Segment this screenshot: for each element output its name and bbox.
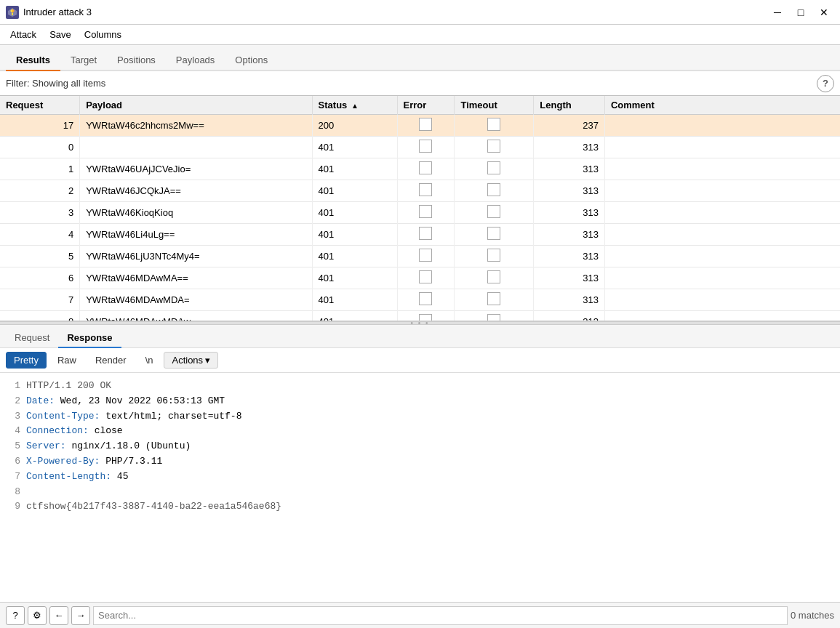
help-icon-button[interactable]: ? <box>6 606 25 625</box>
chevron-down-icon: ▾ <box>205 355 210 366</box>
req-resp-tabbar: Request Response <box>0 325 840 348</box>
view-tab-newline[interactable]: \n <box>137 352 161 369</box>
checkbox[interactable] <box>419 270 432 283</box>
svg-rect-3 <box>12 13 13 15</box>
table-row[interactable]: 3YWRtaW46KioqKioq401313 <box>0 202 840 224</box>
results-table: Request Payload Status ▲ Error Timeout <box>0 96 840 321</box>
table-row[interactable]: 0401313 <box>0 137 840 158</box>
table-row[interactable]: 6YWRtaW46MDAwMA==401313 <box>0 267 840 289</box>
checkbox[interactable] <box>419 183 432 196</box>
response-line: 4Connection: close <box>9 424 831 439</box>
view-tab-raw[interactable]: Raw <box>49 352 84 369</box>
tab-options[interactable]: Options <box>225 50 278 71</box>
filter-text: Filter: Showing all items <box>6 78 817 89</box>
tab-request[interactable]: Request <box>6 329 58 348</box>
tab-payloads[interactable]: Payloads <box>166 50 225 71</box>
checkbox[interactable] <box>487 270 500 283</box>
view-tab-render[interactable]: Render <box>87 352 135 369</box>
tab-target[interactable]: Target <box>60 50 107 71</box>
checkbox[interactable] <box>487 205 500 218</box>
content-area: Results Target Positions Payloads Option… <box>0 45 840 602</box>
checkbox[interactable] <box>419 292 432 305</box>
table-row[interactable]: 4YWRtaW46Li4uLg==401313 <box>0 224 840 246</box>
checkbox[interactable] <box>419 249 432 262</box>
response-line: 5Server: nginx/1.18.0 (Ubuntu) <box>9 439 831 454</box>
checkbox[interactable] <box>419 161 432 174</box>
checkbox[interactable] <box>419 140 432 153</box>
col-header-error[interactable]: Error <box>397 96 455 115</box>
settings-icon-button[interactable]: ⚙ <box>28 606 47 625</box>
sort-arrow-icon: ▲ <box>351 102 359 110</box>
main-tabbar: Results Target Positions Payloads Option… <box>0 45 840 71</box>
response-line: 2Date: Wed, 23 Nov 2022 06:53:13 GMT <box>9 394 831 409</box>
checkbox[interactable] <box>419 227 432 240</box>
col-header-status[interactable]: Status ▲ <box>312 96 397 115</box>
window-title: Intruder attack 3 <box>23 7 92 17</box>
checkbox[interactable] <box>419 118 432 131</box>
response-line: 1HTTP/1.1 200 OK <box>9 379 831 394</box>
back-button[interactable]: ← <box>49 606 68 625</box>
response-line: 8 <box>9 485 831 500</box>
table-row[interactable]: 1YWRtaW46UAjJCVeJio=401313 <box>0 158 840 180</box>
col-header-comment[interactable]: Comment <box>604 96 840 115</box>
menubar: Attack Save Columns <box>0 25 840 45</box>
checkbox[interactable] <box>487 118 500 131</box>
matches-text: 0 matches <box>791 610 834 621</box>
titlebar-left: Intruder attack 3 <box>6 6 92 19</box>
col-header-timeout[interactable]: Timeout <box>455 96 534 115</box>
view-tab-pretty[interactable]: Pretty <box>6 352 47 369</box>
response-line: 3Content-Type: text/html; charset=utf-8 <box>9 409 831 424</box>
close-button[interactable]: ✕ <box>814 4 834 21</box>
filterbar: Filter: Showing all items ? <box>0 71 840 96</box>
menu-attack[interactable]: Attack <box>4 27 42 42</box>
response-line: 9ctfshow{4b217f43-3887-4140-ba22-eea1a54… <box>9 499 831 515</box>
checkbox[interactable] <box>487 161 500 174</box>
response-line: 7Content-Length: 45 <box>9 470 831 485</box>
checkbox[interactable] <box>487 314 500 321</box>
menu-columns[interactable]: Columns <box>79 27 127 42</box>
window-controls: ─ □ ✕ <box>767 4 834 21</box>
response-area: Request Response Pretty Raw Render \n Ac… <box>0 325 840 602</box>
titlebar: Intruder attack 3 ─ □ ✕ <box>0 0 840 25</box>
bottombar: ? ⚙ ← → 0 matches <box>0 602 840 628</box>
checkbox[interactable] <box>419 205 432 218</box>
tab-results[interactable]: Results <box>6 50 60 71</box>
checkbox[interactable] <box>487 249 500 262</box>
table-header-row: Request Payload Status ▲ Error Timeout <box>0 96 840 115</box>
minimize-button[interactable]: ─ <box>767 4 788 21</box>
table-row[interactable]: 7YWRtaW46MDAwMDA=401313 <box>0 289 840 311</box>
maximize-button[interactable]: □ <box>791 4 811 21</box>
actions-button[interactable]: Actions ▾ <box>164 352 218 369</box>
col-header-payload[interactable]: Payload <box>80 96 312 115</box>
app-icon <box>6 6 19 19</box>
results-table-container: Request Payload Status ▲ Error Timeout <box>0 96 840 321</box>
help-button[interactable]: ? <box>817 75 834 92</box>
table-body: 17YWRtaW46c2hhcms2Mw==20023704013131YWRt… <box>0 115 840 322</box>
view-tabbar: Pretty Raw Render \n Actions ▾ <box>0 348 840 373</box>
col-header-request[interactable]: Request <box>0 96 80 115</box>
tab-response[interactable]: Response <box>58 329 121 348</box>
table-row[interactable]: 2YWRtaW46JCQkJA==401313 <box>0 180 840 202</box>
tab-positions[interactable]: Positions <box>107 50 166 71</box>
table-row[interactable]: 17YWRtaW46c2hhcms2Mw==200237 <box>0 115 840 137</box>
table-row[interactable]: 5YWRtaW46LjU3NTc4My4=401313 <box>0 246 840 267</box>
checkbox[interactable] <box>487 292 500 305</box>
response-line: 6X-Powered-By: PHP/7.3.11 <box>9 454 831 470</box>
col-header-length[interactable]: Length <box>534 96 605 115</box>
checkbox[interactable] <box>487 227 500 240</box>
checkbox[interactable] <box>487 183 500 196</box>
menu-save[interactable]: Save <box>44 27 77 42</box>
forward-button[interactable]: → <box>71 606 90 625</box>
checkbox[interactable] <box>487 140 500 153</box>
search-input[interactable] <box>93 606 788 625</box>
response-content: 1HTTP/1.1 200 OK2Date: Wed, 23 Nov 2022 … <box>0 373 840 602</box>
